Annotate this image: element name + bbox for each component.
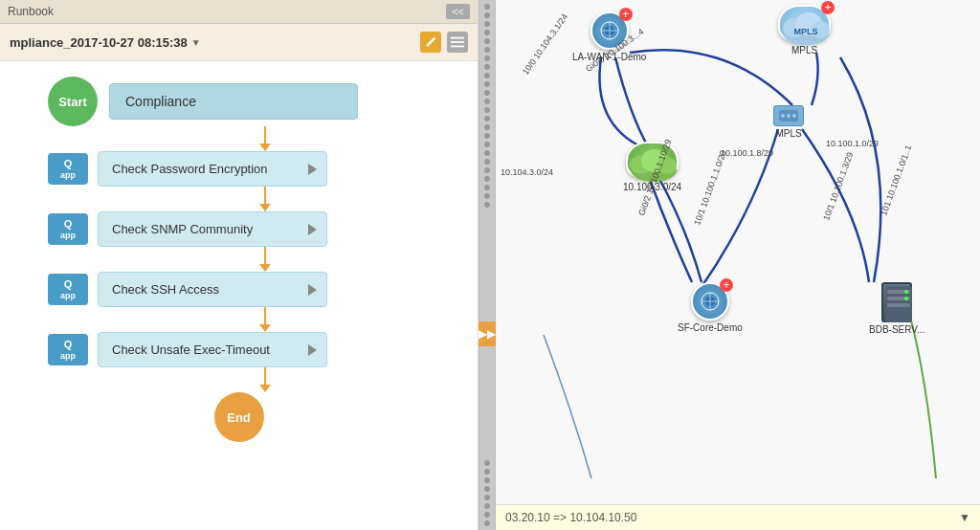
task-label-1[interactable]: Check Password Encryption bbox=[98, 151, 327, 187]
svg-point-27 bbox=[781, 114, 785, 118]
runbook-title-row: mpliance_2017-10-27 08:15:38 ▼ bbox=[0, 24, 478, 61]
node-label-mpls-switch: MPLS bbox=[775, 128, 801, 139]
arrow-5 bbox=[29, 367, 449, 392]
spine-dot bbox=[484, 21, 490, 27]
router-icon-sf-core bbox=[691, 282, 729, 320]
play-icon-3 bbox=[308, 284, 317, 296]
runbook-title[interactable]: mpliance_2017-10-27 08:15:38 ▼ bbox=[10, 35, 201, 50]
svg-point-25 bbox=[904, 297, 908, 300]
node-mpls-switch[interactable]: MPLS bbox=[773, 105, 804, 139]
task-label-2[interactable]: Check SNMP Community bbox=[98, 211, 327, 247]
svg-rect-23 bbox=[887, 303, 910, 307]
arrow-line bbox=[264, 187, 266, 204]
task-row-3: Q app Check SSH Access bbox=[29, 272, 449, 307]
panel-spine: ▶▶ bbox=[479, 0, 496, 530]
node-label-mpls: MPLS bbox=[791, 45, 817, 55]
spine-dot bbox=[484, 30, 490, 35]
network-panel: LA-WAN-1-Demo MPLS MPLS bbox=[496, 0, 980, 530]
sf-core-svg bbox=[700, 291, 721, 312]
task-row-1: Q app Check Password Encryption bbox=[29, 151, 449, 187]
spine-dot bbox=[484, 150, 490, 156]
arrow-1 bbox=[29, 126, 449, 151]
spine-dot bbox=[484, 176, 490, 182]
spine-dot bbox=[484, 4, 490, 10]
edit-icon bbox=[424, 35, 437, 49]
server-svg bbox=[883, 284, 914, 324]
qapp-badge-3: Q app bbox=[48, 274, 88, 306]
arrow-head bbox=[259, 324, 271, 332]
spine-dot bbox=[484, 73, 490, 78]
collapse-button[interactable]: << bbox=[446, 4, 470, 19]
title-icons bbox=[420, 32, 468, 53]
spine-dot bbox=[484, 159, 490, 165]
spine-dot bbox=[484, 185, 490, 190]
flow-area: Start Compliance Q app Check Password En… bbox=[0, 61, 478, 530]
mpls-cloud-svg: MPLS bbox=[780, 7, 833, 45]
svg-point-28 bbox=[787, 114, 791, 118]
menu-button[interactable] bbox=[447, 32, 468, 53]
spine-dot bbox=[484, 64, 490, 70]
edit-button[interactable] bbox=[420, 32, 441, 53]
task-label-3[interactable]: Check SSH Access bbox=[98, 272, 327, 307]
node-mpls-cloud[interactable]: MPLS MPLS bbox=[778, 5, 831, 55]
svg-rect-1 bbox=[451, 41, 464, 43]
arrow-line bbox=[264, 307, 266, 324]
task-row-4: Q app Check Unsafe Exec-Timeout bbox=[29, 332, 449, 367]
bottom-bar: 03.20.10 => 10.104.10.50 ▼ bbox=[496, 504, 980, 530]
start-row: Start Compliance bbox=[29, 77, 449, 126]
node-bdb-serv[interactable]: BDB-SERV... bbox=[869, 282, 924, 335]
spine-dot bbox=[484, 142, 490, 147]
spine-dot bbox=[484, 55, 490, 61]
arrow-head bbox=[259, 264, 271, 272]
spine-dot bbox=[484, 167, 490, 173]
svg-rect-2 bbox=[451, 46, 464, 48]
spine-dot bbox=[484, 47, 490, 53]
arrow-4 bbox=[29, 307, 449, 332]
spine-dot bbox=[484, 38, 490, 44]
arrow-line bbox=[264, 126, 266, 144]
arrow-3 bbox=[29, 247, 449, 272]
spine-dot bbox=[484, 116, 490, 121]
bottom-chevron-icon[interactable]: ▼ bbox=[959, 511, 970, 524]
task-label-4[interactable]: Check Unsafe Exec-Timeout bbox=[98, 332, 327, 367]
bottom-text: 03.20.10 => 10.104.10.50 bbox=[505, 511, 636, 524]
mpls-cloud-icon: MPLS bbox=[778, 5, 831, 43]
task-row-2: Q app Check SNMP Community bbox=[29, 211, 449, 247]
arrow-head bbox=[259, 144, 271, 151]
network-canvas: LA-WAN-1-Demo MPLS MPLS bbox=[496, 0, 980, 505]
spine-dot bbox=[484, 107, 490, 113]
toggle-panel-button[interactable]: ▶▶ bbox=[479, 321, 496, 346]
switch-icon bbox=[773, 105, 804, 126]
node-label-bdb: BDB-SERV... bbox=[869, 324, 924, 335]
net-label-3: 10.104.3.0/24 bbox=[501, 167, 553, 177]
net-label-4: 10.100.1.8/29 bbox=[721, 148, 773, 158]
arrow-2 bbox=[29, 187, 449, 211]
spine-dot bbox=[484, 520, 490, 526]
play-icon-4 bbox=[308, 344, 317, 356]
spine-dot bbox=[484, 90, 490, 96]
svg-point-29 bbox=[792, 114, 796, 118]
compliance-task[interactable]: Compliance bbox=[109, 83, 358, 120]
switch-svg bbox=[778, 109, 799, 122]
play-icon-1 bbox=[308, 164, 317, 175]
qapp-badge-2: Q app bbox=[48, 213, 88, 246]
spine-dot bbox=[484, 460, 490, 466]
spine-dot bbox=[484, 202, 490, 208]
svg-rect-0 bbox=[451, 37, 464, 39]
qapp-badge-4: Q app bbox=[48, 334, 88, 366]
arrow-line bbox=[264, 247, 266, 264]
runbook-header-label: Runbook bbox=[8, 5, 54, 18]
runbook-panel: Runbook << mpliance_2017-10-27 08:15:38 … bbox=[0, 0, 479, 530]
chevron-down-icon[interactable]: ▼ bbox=[191, 37, 201, 48]
spine-dot bbox=[484, 193, 490, 199]
node-sf-core[interactable]: SF-Core-Demo bbox=[678, 282, 743, 333]
arrow-line bbox=[264, 367, 266, 385]
spine-dot bbox=[484, 133, 490, 139]
spine-dot bbox=[484, 99, 490, 104]
runbook-header: Runbook << bbox=[0, 0, 478, 24]
spine-dot bbox=[484, 124, 490, 130]
spine-dot bbox=[484, 495, 490, 500]
end-node: End bbox=[214, 392, 264, 442]
arrow-head bbox=[259, 385, 271, 392]
spine-dot bbox=[484, 469, 490, 475]
